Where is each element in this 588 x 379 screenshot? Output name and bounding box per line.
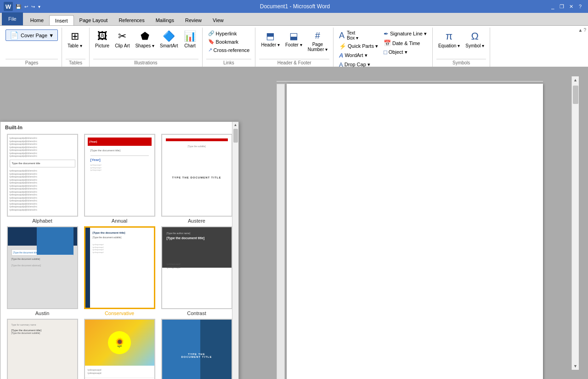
footer-btn[interactable]: ⬓ Footer ▾ (283, 29, 304, 48)
chart-label: Chart (184, 43, 195, 48)
signatureline-icon: ✒ (384, 30, 389, 37)
tab-home[interactable]: Home (25, 15, 49, 25)
document-page[interactable] (287, 84, 543, 379)
equation-btn[interactable]: π Equation ▾ (436, 29, 462, 49)
ribbon-group-text: A TextBox ▾ ⚡ Quick Parts ▾ A WordArt ▾ … (334, 28, 433, 67)
table-btn[interactable]: ⊞ Table ▾ (66, 29, 84, 49)
symbol-label: Symbol ▾ (465, 43, 484, 48)
object-label: Object ▾ (389, 49, 407, 55)
coverpage-item-grid[interactable]: TYPE THEDOCUMENT TITLE tyeleapeaapd tyel… (159, 319, 234, 379)
undo-qa-btn[interactable]: ↩ (23, 3, 29, 10)
ribbon-group-pages: 📄 Cover Page ▼ Pages (2, 28, 62, 67)
coverpage-thumb-contrast: [Type the author name] [Type the documen… (161, 226, 232, 309)
coverpage-item-austin[interactable]: [Type the document title] [Type the docu… (5, 226, 79, 316)
ribbon: 📄 Cover Page ▼ Pages ⊞ Table ▾ Tables 🖼 … (0, 26, 588, 67)
text-col-2: ✒ Signature Line ▾ 📅 Date & Time □ Objec… (382, 29, 429, 57)
restore-btn[interactable]: ❐ (558, 2, 566, 11)
ribbon-group-headerfooter: ⬒ Header ▾ ⬓ Footer ▾ # PageNumber ▾ Hea… (255, 28, 334, 67)
coverpage-item-exposure[interactable]: 🌻 tyeleapeaapd tyeleapeaapd ~~~~~~~~~~~~… (82, 319, 157, 379)
object-btn[interactable]: □ Object ▾ (382, 48, 429, 57)
ribbon-group-symbols-label: Symbols (436, 59, 486, 67)
coverpage-thumb-conservative: [Type the document title] [Type the docu… (84, 226, 155, 309)
cover-page-btn[interactable]: 📄 Cover Page ▼ (6, 29, 58, 41)
title-bar-left: W 💾 ↩ ↪ ▾ (4, 2, 41, 11)
coverpage-grid: tyeleapeaapdpdjklclereclrrctyeleapeaapdp… (0, 131, 238, 379)
customize-qa-btn[interactable]: ▾ (37, 3, 41, 10)
window-title: Document1 - Microsoft Word (41, 3, 548, 10)
document-area[interactable]: ▲ ▼ (239, 67, 588, 379)
wordart-btn[interactable]: A WordArt ▾ (337, 51, 380, 60)
coverpage-item-alphabet[interactable]: tyeleapeaapdpdjklclereclrrctyeleapeaapdp… (5, 134, 79, 224)
datetime-btn[interactable]: 📅 Date & Time (382, 39, 429, 47)
table-icon: ⊞ (71, 30, 79, 42)
coverpage-item-cubicles[interactable]: Type for summary name [Type the document… (5, 319, 79, 379)
pagenumber-label: PageNumber ▾ (308, 42, 328, 52)
minimize-btn[interactable]: ⎯ (548, 2, 557, 11)
main-scroll-up[interactable]: ▲ (572, 76, 579, 84)
tab-insert[interactable]: Insert (49, 15, 74, 25)
thumb-austere-content: [Type the subtitle] TYPE THE DOCUMENT TI… (162, 135, 232, 216)
ribbon-collapse-btn[interactable]: ▲ (578, 28, 583, 33)
coverpage-item-austere[interactable]: [Type the subtitle] TYPE THE DOCUMENT TI… (159, 134, 234, 224)
pagenumber-btn[interactable]: # PageNumber ▾ (306, 29, 329, 53)
coverpage-item-annual[interactable]: [Year] [Type the document title] [Year] … (82, 134, 157, 224)
signatureline-label: Signature Line ▾ (390, 31, 427, 37)
main-scroll-down[interactable]: ▼ (572, 362, 579, 370)
quickparts-btn[interactable]: ⚡ Quick Parts ▾ (337, 42, 380, 51)
tab-references[interactable]: References (113, 15, 150, 25)
help-btn[interactable]: ? (576, 2, 584, 11)
redo-qa-btn[interactable]: ↪ (30, 3, 36, 10)
chart-icon: 📊 (184, 30, 196, 42)
chart-btn[interactable]: 📊 Chart (182, 29, 198, 49)
cover-page-icon: 📄 (10, 31, 19, 40)
ribbon-group-links-label: Links (206, 59, 252, 67)
tab-view[interactable]: View (207, 15, 229, 25)
ribbon-group-tables-content: ⊞ Table ▾ (66, 28, 85, 59)
smartart-btn[interactable]: 🔷 SmartArt (158, 29, 180, 49)
wordart-icon: A (339, 52, 343, 59)
hyperlink-btn[interactable]: 🔗 Hyperlink (206, 29, 252, 37)
signatureline-btn[interactable]: ✒ Signature Line ▾ (382, 29, 429, 38)
tab-pagelayout[interactable]: Page Layout (74, 15, 113, 25)
bookmark-btn[interactable]: 🔖 Bookmark (206, 38, 252, 46)
textbox-label: TextBox ▾ (347, 30, 358, 40)
textbox-btn[interactable]: A TextBox ▾ (337, 29, 380, 41)
main-scrollbar-v[interactable]: ▲ ▼ (571, 76, 579, 370)
ribbon-group-symbols-content: π Equation ▾ Ω Symbol ▾ (436, 28, 486, 59)
crossref-label: Cross-reference (214, 47, 250, 53)
quickparts-label: Quick Parts ▾ (348, 43, 378, 49)
ribbon-group-links: 🔗 Hyperlink 🔖 Bookmark ↗ Cross-reference… (203, 28, 256, 67)
tab-review[interactable]: Review (180, 15, 207, 25)
bookmark-label: Bookmark (216, 39, 239, 45)
scroll-up-arrow[interactable]: ▲ (234, 123, 237, 127)
clipart-btn[interactable]: ✂ Clip Art (113, 29, 131, 49)
save-qa-btn[interactable]: 💾 (15, 3, 22, 10)
coverpage-thumb-austin: [Type the document title] [Type the docu… (7, 226, 78, 309)
wordart-label: WordArt ▾ (345, 52, 367, 58)
smartart-icon: 🔷 (163, 30, 175, 42)
header-icon: ⬒ (266, 30, 275, 41)
coverpage-thumb-alphabet: tyeleapeaapdpdjklclereclrrctyeleapeaapdp… (7, 134, 78, 217)
header-btn[interactable]: ⬒ Header ▾ (259, 29, 282, 48)
tab-mailings[interactable]: Mailings (150, 15, 180, 25)
ruler-horizontal (277, 81, 543, 82)
coverpage-item-contrast[interactable]: [Type the author name] [Type the documen… (159, 226, 234, 316)
shapes-btn[interactable]: ⬟ Shapes ▾ (133, 29, 156, 49)
ribbon-group-illustrations-content: 🖼 Picture ✂ Clip Art ⬟ Shapes ▾ 🔷 SmartA… (93, 28, 198, 59)
ribbon-help-btn[interactable]: ? (583, 28, 586, 33)
crossref-btn[interactable]: ↗ Cross-reference (206, 46, 252, 54)
close-btn[interactable]: ✕ (567, 2, 575, 11)
title-bar: W 💾 ↩ ↪ ▾ Document1 - Microsoft Word ⎯ ❐… (0, 0, 588, 13)
picture-btn[interactable]: 🖼 Picture (93, 29, 111, 49)
coverpage-thumb-austere: [Type the subtitle] TYPE THE DOCUMENT TI… (161, 134, 232, 217)
thumb-austin-content: [Type the document title] [Type the docu… (8, 227, 77, 308)
ribbon-group-tables-label: Tables (66, 59, 85, 67)
panel-scrollbar[interactable]: ▲ ▼ (232, 122, 238, 379)
coverpage-label-alphabet: Alphabet (32, 218, 52, 224)
ribbon-group-illustrations-label: Illustrations (93, 59, 198, 67)
coverpage-item-conservative[interactable]: [Type the document title] [Type the docu… (82, 226, 157, 316)
tab-file[interactable]: File (2, 12, 23, 25)
symbol-btn[interactable]: Ω Symbol ▾ (464, 29, 486, 49)
scroll-thumb (233, 129, 238, 143)
thumb-annual-content: [Year] [Type the document title] [Year] … (85, 135, 154, 216)
